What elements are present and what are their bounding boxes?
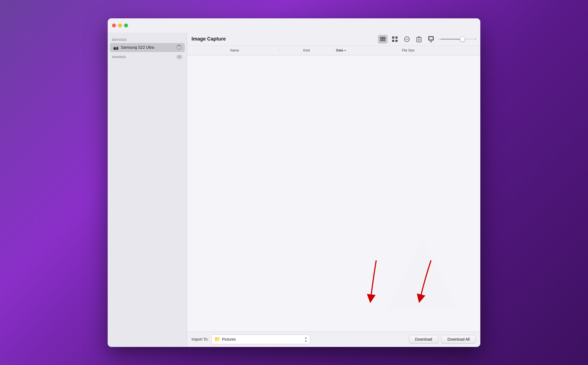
name-column-header[interactable]: Name [192,48,279,52]
svg-rect-7 [395,40,398,42]
svg-rect-17 [429,37,433,40]
main-layout: DEVICES 📷 Samsung S22 Ultra SHARED 0 Ima… [108,33,480,347]
import-scan-button[interactable] [426,35,436,44]
svg-rect-1 [380,38,386,39]
column-headers: Name Kind Date ▾ File Size [187,46,480,55]
file-size-column-header[interactable]: File Size [400,48,476,52]
download-all-button[interactable]: Download All [441,335,476,344]
grid-view-button[interactable] [390,35,400,44]
import-to-label: Import To: [192,337,209,341]
date-column-header[interactable]: Date ▾ [334,48,400,52]
content-main [187,55,480,332]
devices-section-label: DEVICES [108,35,187,43]
maximize-button[interactable] [124,24,128,27]
app-title: Image Capture [192,36,226,42]
svg-point-10 [407,39,407,39]
bottom-bar: Import To: 📁 Pictures ▲ ▼ Download Downl… [187,332,480,347]
slider-max-icon: ▪ [474,37,476,42]
content-toolbar: Image Capture [187,33,480,46]
svg-rect-5 [395,36,398,39]
traffic-lights [108,24,132,27]
content-area: Image Capture [187,33,480,347]
delete-button[interactable] [414,35,424,44]
svg-rect-6 [392,40,394,42]
close-button[interactable] [112,24,116,27]
folder-stepper-icon: ▲ ▼ [305,336,307,343]
shared-section: SHARED 0 [108,52,187,62]
kind-column-header[interactable]: Kind [279,48,334,52]
more-options-button[interactable] [402,35,412,44]
loading-spinner [176,45,181,50]
zoom-slider-container: ▪ ▪ [438,37,476,42]
shared-section-label: SHARED [112,55,126,59]
svg-rect-0 [380,37,386,38]
camera-icon: 📷 [113,45,119,50]
app-window: DEVICES 📷 Samsung S22 Ultra SHARED 0 Ima… [108,18,480,347]
shared-count-badge: 0 [176,55,182,59]
folder-name-label: Pictures [222,337,303,341]
folder-selector[interactable]: 📁 Pictures ▲ ▼ [211,335,310,344]
svg-rect-2 [380,40,386,41]
svg-point-11 [408,39,409,39]
slider-min-icon: ▪ [438,37,439,41]
list-view-button[interactable] [378,35,388,44]
device-name-label: Samsung S22 Ultra [121,45,174,50]
sidebar: DEVICES 📷 Samsung S22 Ultra SHARED 0 [108,33,187,347]
folder-icon: 📁 [214,336,220,342]
titlebar [108,18,480,33]
svg-point-9 [406,39,406,39]
svg-rect-12 [417,38,421,42]
download-button[interactable]: Download [409,335,438,344]
minimize-button[interactable] [118,24,122,27]
svg-rect-3 [380,41,386,41]
zoom-slider[interactable] [440,39,473,40]
watermark-shape [382,233,464,315]
svg-rect-4 [392,36,394,39]
sort-down-icon: ▾ [344,49,346,52]
sidebar-item-samsung[interactable]: 📷 Samsung S22 Ultra [110,43,185,52]
